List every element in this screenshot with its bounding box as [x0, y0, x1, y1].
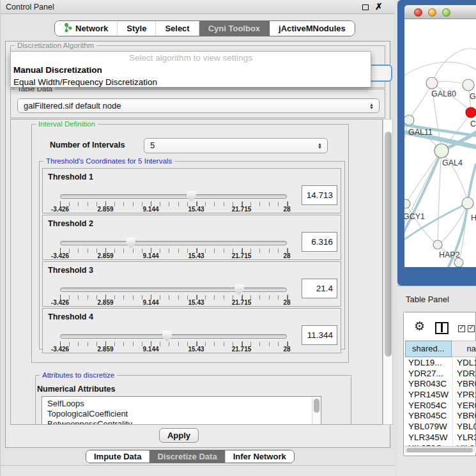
network-node[interactable]	[404, 115, 414, 125]
table-panel-region: Table Panel ⚙ shared... na YDL19...YDL1 …	[397, 286, 476, 476]
tab-impute-data[interactable]: Impute Data	[86, 450, 150, 463]
threshold-1-slider-handle[interactable]	[187, 191, 196, 202]
network-canvas[interactable]: GAL80GACGAL11GAL4GCY1HHAP2	[404, 19, 476, 267]
tab-network[interactable]: Network	[55, 21, 118, 36]
network-node-label: C	[470, 119, 476, 128]
threshold-2-label: Threshold 2	[48, 219, 93, 228]
scrollbar-thumb[interactable]	[385, 132, 392, 357]
close-icon[interactable]: ✗	[375, 1, 383, 12]
tab-jactivemnodules-label: jActiveMNodules	[279, 24, 346, 33]
table-horizontal-scrollbar[interactable]	[404, 446, 476, 453]
table-row[interactable]: YPR145WYPR1	[405, 390, 476, 401]
tab-cyni-toolbox-label: Cyni Toolbox	[208, 24, 260, 33]
network-node[interactable]	[466, 107, 476, 118]
network-window-titlebar[interactable]	[404, 5, 476, 19]
network-node[interactable]	[426, 77, 438, 89]
threshold-1-slider[interactable]	[60, 194, 287, 199]
threshold-3-slider[interactable]	[60, 288, 287, 292]
table-row[interactable]: YBR045CYBR0	[405, 411, 476, 422]
network-node[interactable]	[463, 79, 474, 91]
attributes-list-scrollbar[interactable]	[312, 397, 320, 425]
dropdown-prompt-option[interactable]: Select algorithm to view settings	[11, 52, 371, 64]
zoom-traffic-light[interactable]	[442, 8, 450, 17]
app-root: Control Panel ✗ Network Style Select	[0, 0, 476, 476]
threshold-4-value-field[interactable]: 11.344	[302, 325, 337, 345]
table-row[interactable]: YDL19...YDL1	[405, 358, 476, 369]
discretization-algorithm-group-title: Discretization Algorithm	[15, 42, 96, 49]
float-window-icon[interactable]	[362, 4, 369, 10]
settings-viewport: Interval Definition Number of Intervals …	[10, 119, 383, 425]
threshold-2-box: Threshold 2 -3.426 2.859 9.144 15.43 21.…	[42, 215, 341, 260]
number-of-intervals-value: 5	[150, 139, 155, 153]
numerical-attributes-list[interactable]: SelfLoops TopologicalCoefficient Between…	[42, 396, 321, 425]
control-panel: Control Panel ✗ Network Style Select	[0, 0, 394, 476]
network-node[interactable]	[454, 258, 463, 267]
gear-icon[interactable]: ⚙	[414, 319, 425, 334]
checkbox-icon[interactable]	[458, 325, 465, 332]
table-panel-title: Table Panel	[406, 295, 449, 304]
algorithm-dropdown-popup: Select algorithm to view settings Manual…	[10, 51, 371, 88]
split-columns-icon[interactable]	[435, 322, 449, 334]
threshold-3-tick-labels: -3.426 2.859 9.144 15.43 21.715 28	[60, 299, 287, 307]
thresholds-group-title: Threshold's Coordinates for 5 Intervals	[43, 157, 174, 165]
network-node-label: GCY1	[404, 212, 425, 221]
tab-network-label: Network	[75, 24, 108, 33]
table-data-selected-value: galFiltered.sif default node	[24, 99, 121, 113]
control-panel-titlebar: Control Panel ✗	[1, 0, 395, 14]
list-item[interactable]: SelfLoops	[42, 397, 321, 409]
network-node[interactable]	[462, 197, 473, 209]
dropdown-option-manual-discretization[interactable]: Manual Discretization	[11, 64, 371, 76]
attributes-group-title: Attributes to discretize	[40, 371, 117, 379]
checkbox-icon[interactable]	[468, 325, 475, 332]
network-node[interactable]	[433, 240, 442, 249]
number-of-intervals-spinner[interactable]: 5 ▲▼	[144, 138, 328, 153]
column-header-shared-name[interactable]: shared...	[405, 341, 452, 357]
tab-style[interactable]: Style	[118, 21, 156, 36]
column-header-name[interactable]: na	[452, 341, 476, 357]
minimize-traffic-light[interactable]	[428, 8, 436, 17]
threshold-2-slider[interactable]	[60, 241, 287, 245]
dropdown-option-equal-width-frequency[interactable]: Equal Width/Frequency Discretization	[11, 76, 371, 88]
threshold-2-value-field[interactable]: 6.316	[302, 232, 337, 252]
node-table: ⚙ shared... na YDL19...YDL1 YDR27...YDR2…	[403, 312, 476, 456]
table-row[interactable]: YDR27...YDR2	[405, 369, 476, 380]
threshold-4-slider-handle[interactable]	[162, 331, 172, 342]
threshold-4-tick-labels: -3.426 2.859 9.144 15.43 21.715 28	[60, 346, 287, 353]
tab-infer-network[interactable]: Infer Network	[226, 450, 294, 463]
threshold-1-value-field[interactable]: 14.713	[302, 185, 337, 205]
network-icon	[64, 23, 72, 35]
list-item[interactable]: TopologicalCoefficient	[42, 409, 321, 419]
interval-definition-title: Interval Definition	[36, 120, 98, 128]
list-item[interactable]: BetweennessCentrality	[42, 419, 321, 425]
tab-select[interactable]: Select	[156, 21, 199, 36]
network-node[interactable]	[404, 199, 410, 208]
tab-jactivemnodules[interactable]: jActiveMNodules	[270, 21, 355, 36]
threshold-3-box: Threshold 3 -3.426 2.859 9.144 15.43 21.…	[42, 261, 341, 307]
close-traffic-light[interactable]	[414, 8, 422, 17]
table-row[interactable]: YBL079WYBL0	[405, 422, 476, 433]
network-node-label: GAL80	[431, 89, 456, 98]
threshold-2-slider-handle[interactable]	[126, 238, 135, 249]
threshold-3-value-field[interactable]: 21.4	[302, 279, 337, 298]
table-body: YDL19...YDL1 YDR27...YDR2 YBR043CYBR0 YP…	[405, 358, 476, 446]
apply-button[interactable]: Apply	[159, 428, 199, 443]
network-node[interactable]	[434, 144, 449, 158]
threshold-1-label: Threshold 1	[48, 173, 93, 181]
table-data-combobox[interactable]: galFiltered.sif default node ▲▼	[17, 98, 380, 113]
tab-cyni-toolbox[interactable]: Cyni Toolbox	[199, 21, 270, 36]
table-row[interactable]: YBR043CYBR0	[405, 379, 476, 390]
threshold-1-tick-labels: -3.426 2.859 9.144 15.43 21.715 28	[60, 206, 287, 213]
cyni-content-frame: Discretization Algorithm Table Data galF…	[5, 41, 390, 448]
table-row[interactable]: YER054CYER0	[405, 401, 476, 411]
table-toolbar: ⚙	[404, 312, 475, 341]
threshold-4-slider[interactable]	[60, 334, 287, 339]
settings-vertical-scrollbar[interactable]	[383, 119, 393, 425]
threshold-1-box: Threshold 1 -3.426 2.859 9.144 15.43 21.…	[42, 168, 341, 213]
threshold-3-slider-handle[interactable]	[234, 284, 244, 295]
table-row[interactable]: YLR345WYLR3	[405, 433, 476, 443]
combobox-stepper-icon: ▲▼	[369, 103, 374, 109]
bottom-strip	[1, 465, 395, 476]
tab-discretize-data[interactable]: Discretize Data	[150, 450, 225, 463]
top-tab-bar: Network Style Select Cyni Toolbox jActiv…	[54, 20, 355, 36]
scrollbar-thumb[interactable]	[406, 448, 473, 452]
